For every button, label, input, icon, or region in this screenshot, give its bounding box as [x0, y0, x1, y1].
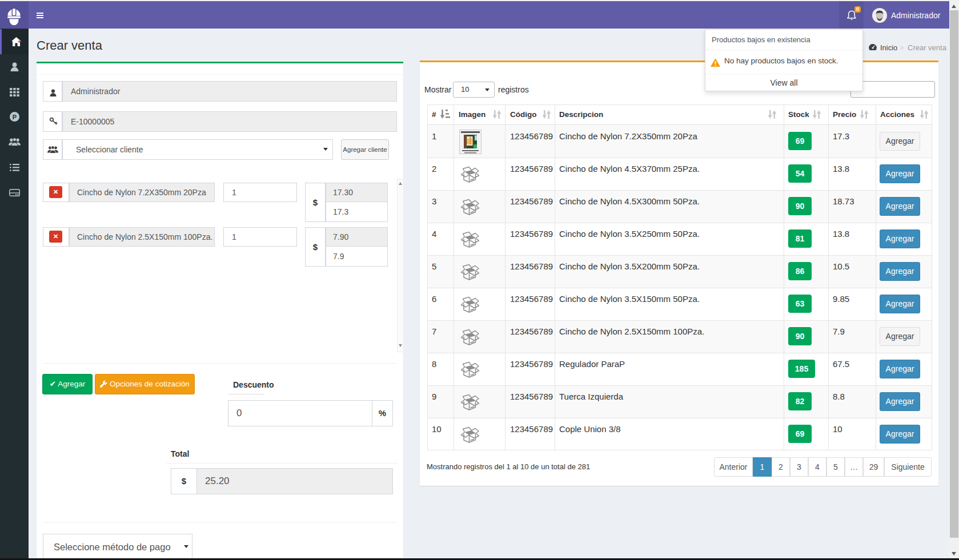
svg-text:P: P — [13, 114, 17, 120]
